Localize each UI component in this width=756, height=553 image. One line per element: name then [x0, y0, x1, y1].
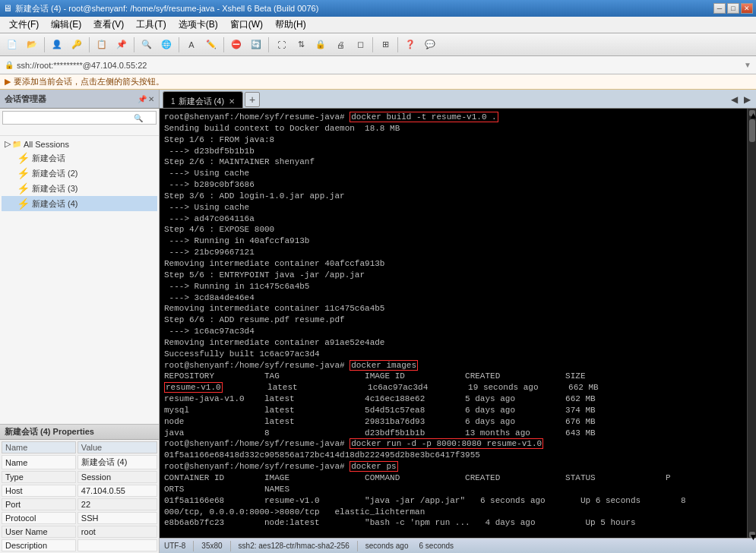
terminal-line-16: ---> Running in 11c475c6a4b5 — [164, 281, 742, 292]
info-text: 要添加当前会话，点击左侧的箭头按钮。 — [14, 76, 164, 87]
session-panel-close[interactable]: ✕ — [148, 95, 154, 103]
session-panel-pin[interactable]: 📌 — [138, 95, 147, 103]
tab-prev-btn[interactable]: ◀ — [729, 94, 740, 105]
toolbar-layout-btn[interactable]: ⊞ — [376, 36, 394, 54]
props-cell-protocol-value: SSH — [77, 512, 157, 524]
props-row-type: Type Session — [2, 471, 157, 483]
terminal-line-7: ---> b289c0bf3686 — [164, 179, 742, 191]
address-dropdown[interactable]: ▼ — [744, 61, 751, 69]
props-cell-type-value: Session — [77, 471, 157, 483]
toolbar-key-btn[interactable]: 🔑 — [68, 36, 86, 54]
status-sep-2 — [230, 541, 231, 551]
terminal-line-27: mysql latest 5d4d51c57ea8 6 days ago 374… — [164, 405, 742, 416]
terminal-line-4: ---> d23bdf5b1b1b — [164, 146, 742, 157]
folder-icon: 📁 — [12, 140, 21, 148]
toolbar-open-btn[interactable]: 📂 — [23, 36, 41, 54]
toolbar-erase-btn[interactable]: ◻ — [351, 36, 369, 54]
toolbar-new-btn[interactable]: 📄 — [3, 36, 21, 54]
maximize-button[interactable]: □ — [727, 3, 739, 14]
props-row-description: Description — [2, 539, 157, 551]
window-controls[interactable]: ─ □ ✕ — [713, 3, 753, 14]
tab-next-btn[interactable]: ▶ — [742, 94, 753, 105]
props-row-protocol: Protocol SSH — [2, 512, 157, 524]
menu-tab[interactable]: 选项卡(B) — [172, 17, 224, 33]
menu-help[interactable]: 帮助(H) — [269, 17, 312, 33]
toolbar-stop-btn[interactable]: ⛔ — [227, 36, 245, 54]
info-icon: ▶ — [5, 77, 11, 87]
terminal-line-33: CONTAINER ID IMAGE COMMAND CREATED STATU… — [164, 472, 742, 484]
tree-item-session-4[interactable]: ⚡ 新建会话 (4) — [2, 196, 157, 211]
terminal-scrollbar[interactable]: ▲ ▼ — [747, 109, 756, 538]
toolbar-help-btn[interactable]: ❓ — [401, 36, 419, 54]
session-search-input[interactable] — [2, 111, 157, 125]
status-time-val: 6 seconds — [419, 542, 454, 550]
scroll-thumb[interactable] — [749, 119, 755, 142]
tree-item-label: All Sessions — [24, 140, 69, 149]
status-bar: UTF-8 35x80 ssh2: aes128-ctr/hmac-sha2-2… — [160, 538, 756, 553]
props-title: 新建会话 (4) Properties — [0, 425, 159, 440]
session-search-area: 🔍 — [0, 109, 159, 136]
menu-view[interactable]: 查看(V) — [87, 17, 130, 33]
props-row-name: Name 新建会话 (4) — [2, 455, 157, 469]
props-cell-desc-value — [77, 539, 157, 551]
menu-tools[interactable]: 工具(T) — [130, 17, 172, 33]
terminal[interactable]: root@shenyanf:/home/syf/resume-java# doc… — [160, 109, 747, 538]
session-properties: 新建会话 (4) Properties Name Value Name 新建会话… — [0, 424, 159, 553]
tree-item-root[interactable]: ▷ 📁 All Sessions — [2, 137, 157, 150]
tab-label: 新建会话 (4) — [179, 96, 225, 107]
toolbar-color-btn[interactable]: 🌐 — [157, 36, 176, 54]
minimize-button[interactable]: ─ — [713, 3, 726, 14]
scroll-down-btn[interactable]: ▼ — [749, 532, 755, 538]
terminal-line-1: root@shenyanf:/home/syf/resume-java# doc… — [164, 112, 742, 123]
terminal-line-22: Successfully built 1c6ac97ac3d4 — [164, 349, 742, 360]
toolbar-sep-3 — [134, 37, 134, 52]
toolbar-profile-btn[interactable]: 👤 — [48, 36, 66, 54]
menu-window[interactable]: 窗口(W) — [224, 17, 269, 33]
props-cell-host-value: 47.104.0.55 — [77, 485, 157, 497]
terminal-line-14: Removing intermediate container 40afccfa… — [164, 258, 742, 270]
props-cell-username-value: root — [77, 526, 157, 538]
tab-add-btn[interactable]: + — [245, 92, 260, 107]
tree-item-session-2-label: 新建会话 (2) — [32, 168, 78, 179]
toolbar-fullscreen-btn[interactable]: ⛶ — [272, 36, 290, 54]
session-icon-4: ⚡ — [17, 198, 30, 210]
terminal-line-18: Removing intermediate container 11c475c6… — [164, 303, 742, 314]
terminal-line-35: 01f5a1166e68 resume-v1.0 "java -jar /app… — [164, 495, 742, 507]
props-cell-desc-label: Description — [2, 539, 76, 551]
toolbar-lock-btn[interactable]: 🔒 — [312, 36, 330, 54]
terminal-line-37: e8b6a6b7fc23 node:latest "bash -c 'npm r… — [164, 517, 742, 529]
toolbar-font-btn[interactable]: A — [182, 36, 201, 54]
props-cell-name-value: 新建会话 (4) — [77, 455, 157, 469]
right-panel: root@shenyanf:/home/syf/resume-java# doc… — [160, 109, 756, 553]
toolbar-transfer-btn[interactable]: ⇅ — [292, 36, 310, 54]
toolbar-sep-5 — [223, 37, 224, 52]
terminal-line-31: 01f5a1166e68418d332c905856a172bc414d18db… — [164, 450, 742, 461]
menu-file[interactable]: 文件(F) — [3, 17, 45, 33]
tree-item-session-1[interactable]: ⚡ 新建会话 — [2, 150, 157, 166]
tab-session-4[interactable]: 1 新建会话 (4) ✕ — [163, 91, 243, 108]
session-tree: ▷ 📁 All Sessions ⚡ 新建会话 ⚡ 新建会话 (2) ⚡ 新建会… — [0, 136, 159, 424]
scroll-up-btn[interactable]: ▲ — [749, 110, 755, 116]
session-icon-1: ⚡ — [17, 152, 30, 164]
tree-item-session-3[interactable]: ⚡ 新建会话 (3) — [2, 181, 157, 196]
terminal-line-10: ---> ad47c064116a — [164, 213, 742, 225]
props-col-value: Value — [77, 441, 157, 453]
terminal-with-scroll: root@shenyanf:/home/syf/resume-java# doc… — [160, 109, 756, 538]
toolbar-highlight-btn[interactable]: ✏️ — [202, 36, 220, 54]
menu-edit[interactable]: 编辑(E) — [45, 17, 87, 33]
toolbar-print-btn[interactable]: 🖨 — [331, 36, 350, 54]
session-icon-3: ⚡ — [17, 182, 30, 194]
toolbar-reload-btn[interactable]: 🔄 — [247, 36, 265, 54]
tree-item-session-2[interactable]: ⚡ 新建会话 (2) — [2, 166, 157, 181]
tab-close-btn[interactable]: ✕ — [229, 97, 235, 106]
props-cell-name-label: Name — [2, 455, 76, 469]
close-button[interactable]: ✕ — [741, 3, 753, 14]
terminal-line-2: Sending build context to Docker daemon 1… — [164, 123, 742, 134]
toolbar-copy-btn[interactable]: 📋 — [93, 36, 111, 54]
toolbar-chat-btn[interactable]: 💬 — [421, 36, 439, 54]
props-cell-port-label: Port — [2, 498, 76, 510]
toolbar-paste-btn[interactable]: 📌 — [112, 36, 131, 54]
terminal-line-12: ---> Running in 40afccfa913b — [164, 235, 742, 247]
toolbar-search-btn[interactable]: 🔍 — [138, 36, 156, 54]
window-title: 新建会话 (4) - root@shenyanf: /home/syf/resu… — [15, 3, 713, 14]
